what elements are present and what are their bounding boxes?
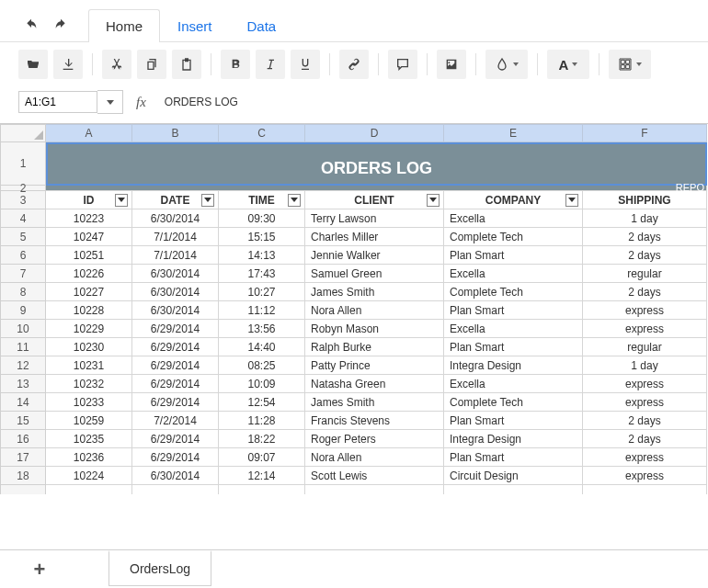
cell-id[interactable]: 10236 <box>46 448 132 467</box>
row-header-13[interactable]: 13 <box>0 375 46 393</box>
cell-id[interactable]: 10227 <box>46 283 132 301</box>
cell-date[interactable]: 6/30/2014 <box>132 467 219 485</box>
cell-client[interactable]: Robyn Mason <box>305 320 444 338</box>
cell-client[interactable]: Francis Stevens <box>305 412 444 430</box>
row-header-16[interactable]: 16 <box>0 430 46 448</box>
row-header-19[interactable] <box>0 485 46 494</box>
cell-id[interactable]: 10251 <box>46 246 132 265</box>
cell-client[interactable]: Ralph Burke <box>305 338 444 356</box>
cell-id[interactable]: 10259 <box>46 412 132 430</box>
filter-client[interactable] <box>427 194 440 207</box>
cell-shipping[interactable]: 1 day <box>583 209 707 228</box>
cell-time[interactable]: 10:09 <box>219 375 305 393</box>
name-box-dropdown[interactable] <box>97 90 123 114</box>
column-header-A[interactable]: A <box>46 124 132 142</box>
cell-client[interactable]: Samuel Green <box>305 265 444 283</box>
cell-shipping[interactable]: express <box>583 467 707 485</box>
bold-button[interactable] <box>221 50 250 79</box>
cell-id[interactable]: 10230 <box>46 338 132 356</box>
column-header-C[interactable]: C <box>219 124 305 142</box>
cell-client[interactable]: Jennie Walker <box>305 246 444 265</box>
link-button[interactable] <box>339 50 369 79</box>
filter-company[interactable] <box>565 194 578 207</box>
cell-company[interactable]: Excella <box>444 320 583 338</box>
open-button[interactable] <box>18 50 48 79</box>
cell-time[interactable]: 14:40 <box>219 338 305 356</box>
cell-company[interactable]: Excella <box>444 209 583 228</box>
cell-date[interactable]: 6/29/2014 <box>132 430 219 448</box>
borders-button[interactable] <box>609 50 651 79</box>
cut-button[interactable] <box>102 50 131 79</box>
header-shipping[interactable]: SHIPPING <box>583 191 707 209</box>
cell-company[interactable]: Integra Design <box>444 430 583 448</box>
tab-data[interactable]: Data <box>230 9 294 42</box>
cell-client[interactable]: Scott Lewis <box>305 467 444 485</box>
cell-date[interactable]: 6/29/2014 <box>132 448 219 467</box>
cell-id[interactable]: 10233 <box>46 393 132 412</box>
cell-client[interactable]: Charles Miller <box>305 228 444 246</box>
fill-color-button[interactable] <box>485 50 528 79</box>
cell-company[interactable]: Complete Tech <box>444 228 583 246</box>
cell-time[interactable]: 14:13 <box>219 246 305 265</box>
cell-id[interactable]: 10226 <box>46 265 132 283</box>
column-header-F[interactable]: F <box>583 124 707 142</box>
header-id[interactable]: ID <box>46 191 132 209</box>
cell-shipping[interactable]: express <box>583 393 707 412</box>
cell-shipping[interactable]: 2 days <box>583 283 707 301</box>
cell-company[interactable]: Excella <box>444 265 583 283</box>
cell-time[interactable]: 09:30 <box>219 209 305 228</box>
header-time[interactable]: TIME <box>219 191 305 209</box>
sheet-tab-orderslog[interactable]: OrdersLog <box>108 550 211 586</box>
underline-button[interactable] <box>291 50 320 79</box>
cell-client[interactable]: Patty Prince <box>305 356 444 375</box>
paste-button[interactable] <box>172 50 201 79</box>
comment-button[interactable] <box>388 50 417 79</box>
name-box[interactable] <box>18 91 97 113</box>
column-header-D[interactable]: D <box>305 124 444 142</box>
image-button[interactable] <box>437 50 466 79</box>
row-header-18[interactable]: 18 <box>0 467 46 485</box>
cell-client[interactable]: James Smith <box>305 393 444 412</box>
cell-date[interactable]: 7/1/2014 <box>132 228 219 246</box>
cell-shipping[interactable]: express <box>583 448 707 467</box>
row-header-7[interactable]: 7 <box>0 265 46 283</box>
cell-date[interactable]: 7/2/2014 <box>132 412 219 430</box>
header-client[interactable]: CLIENT <box>305 191 444 209</box>
row-header-2[interactable]: 2 <box>0 186 46 191</box>
cell-shipping[interactable]: express <box>583 301 707 320</box>
cell-date[interactable]: 6/29/2014 <box>132 393 219 412</box>
cell-time[interactable]: 09:07 <box>219 448 305 467</box>
cell-shipping[interactable]: 2 days <box>583 430 707 448</box>
row-header-12[interactable]: 12 <box>0 356 46 375</box>
cell-date[interactable]: 6/30/2014 <box>132 265 219 283</box>
cell-time[interactable]: 10:27 <box>219 283 305 301</box>
undo-button[interactable] <box>18 13 44 39</box>
cell-date[interactable]: 6/29/2014 <box>132 320 219 338</box>
select-all-corner[interactable] <box>0 124 46 142</box>
header-company[interactable]: COMPANY <box>444 191 583 209</box>
tab-insert[interactable]: Insert <box>160 9 230 42</box>
cell-company[interactable]: Circuit Design <box>444 467 583 485</box>
cell-client[interactable]: James Smith <box>305 283 444 301</box>
cell-shipping[interactable]: 1 day <box>583 356 707 375</box>
redo-button[interactable] <box>48 13 74 39</box>
formula-value[interactable]: ORDERS LOG <box>159 92 244 112</box>
cell-client[interactable]: Nora Allen <box>305 301 444 320</box>
cell-time[interactable]: 12:14 <box>219 467 305 485</box>
column-header-B[interactable]: B <box>132 124 219 142</box>
cell-company[interactable]: Plan Smart <box>444 301 583 320</box>
cell-date[interactable]: 6/30/2014 <box>132 283 219 301</box>
tab-home[interactable]: Home <box>88 9 160 42</box>
font-color-button[interactable]: A <box>547 50 589 79</box>
cell-company[interactable]: Plan Smart <box>444 448 583 467</box>
cell-shipping[interactable]: 2 days <box>583 246 707 265</box>
row-header-11[interactable]: 11 <box>0 338 46 356</box>
column-header-E[interactable]: E <box>444 124 583 142</box>
cell-date[interactable]: 7/1/2014 <box>132 246 219 265</box>
row-header-6[interactable]: 6 <box>0 246 46 265</box>
cell-company[interactable]: Complete Tech <box>444 283 583 301</box>
cell-company[interactable]: Excella <box>444 375 583 393</box>
cell-time[interactable]: 18:22 <box>219 430 305 448</box>
cell-time[interactable]: 13:56 <box>219 320 305 338</box>
filter-date[interactable] <box>201 194 214 207</box>
